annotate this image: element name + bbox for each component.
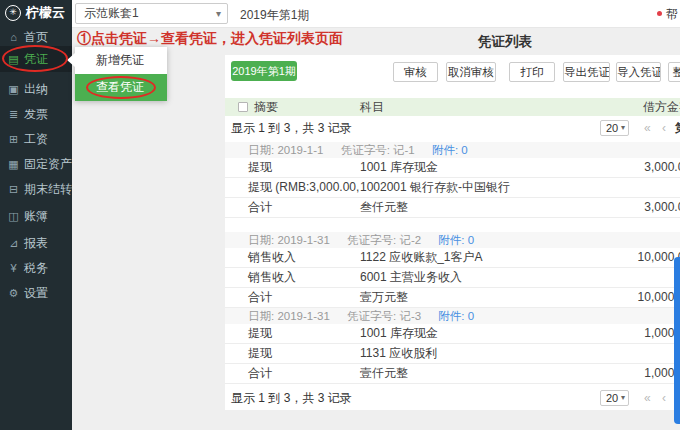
notification-dot-icon bbox=[657, 11, 662, 16]
records-info: 显示 1 到 3，共 3 记录 bbox=[231, 388, 352, 408]
sidebar-item-label: 税务 bbox=[24, 261, 48, 275]
invoice-icon: ≣ bbox=[7, 101, 20, 127]
row-summary: 提现 bbox=[248, 344, 360, 363]
sidebar-item-cashier[interactable]: ▣出纳 bbox=[0, 76, 72, 102]
cashier-icon: ▣ bbox=[7, 76, 20, 102]
page-label-partial: 第 bbox=[675, 118, 680, 138]
row-summary: 提现 bbox=[248, 324, 360, 343]
voucher-row[interactable]: 销售收入1122 应收账款_1客户A10,000.00 bbox=[225, 248, 680, 268]
sidebar-item-ledger[interactable]: ◫账簿 bbox=[0, 203, 72, 229]
menu-item-label: 查看凭证 bbox=[96, 80, 144, 94]
row-account: 6001 主营业务收入 bbox=[360, 268, 540, 287]
attachment-link[interactable]: 附件: 0 bbox=[432, 144, 468, 156]
voucher-row[interactable]: 提现1001 库存现金3,000.00 bbox=[225, 158, 680, 178]
row-summary: 合计 bbox=[248, 288, 360, 307]
voucher-number: 凭证字号: 记-1 bbox=[341, 144, 415, 156]
row-debit: 3,000.00 bbox=[540, 158, 680, 177]
sidebar-item-voucher[interactable]: ▤凭证 bbox=[0, 46, 72, 72]
settings-icon: ⚙ bbox=[7, 280, 20, 306]
voucher-date: 日期: 2019-1-1 bbox=[248, 144, 323, 156]
sidebar-item-invoice[interactable]: ≣发票 bbox=[0, 101, 72, 127]
voucher-date: 日期: 2019-1-31 bbox=[248, 234, 330, 246]
sidebar-item-label: 出纳 bbox=[24, 82, 48, 96]
first-page-icon[interactable]: « bbox=[644, 388, 651, 408]
tax-icon: ¥ bbox=[7, 255, 20, 281]
first-page-icon[interactable]: « bbox=[644, 118, 651, 138]
page-title: 凭证列表 bbox=[478, 33, 532, 51]
row-account: 1122 应收账款_1客户A bbox=[360, 248, 540, 267]
voucher-total-row[interactable]: 合计壹仟元整1,000.00 bbox=[225, 364, 680, 384]
period-filter-button[interactable]: 2019年第1期 ▾ bbox=[231, 61, 297, 81]
sidebar-item-label: 首页 bbox=[24, 30, 48, 44]
row-summary: 合计 bbox=[248, 364, 360, 383]
voucher-total-row[interactable]: 合计壹万元整10,000.00 bbox=[225, 288, 680, 308]
caret-down-icon: ▾ bbox=[621, 121, 625, 135]
voucher-row[interactable]: 销售收入6001 主营业务收入 bbox=[225, 268, 680, 288]
menu-item-new-voucher[interactable]: 新增凭证 bbox=[75, 47, 167, 74]
floating-panel-handle[interactable] bbox=[674, 257, 680, 424]
page-size-value: 20 bbox=[606, 392, 618, 404]
prev-page-icon[interactable]: ‹ bbox=[662, 118, 666, 138]
row-account: 1001 库存现金 bbox=[360, 324, 540, 343]
voucher-icon: ▤ bbox=[7, 46, 20, 72]
notice-partial-label: 帮 bbox=[666, 7, 678, 21]
voucher-flyout-menu: 新增凭证 查看凭证 bbox=[75, 47, 167, 101]
menu-item-view-voucher[interactable]: 查看凭证 bbox=[75, 74, 167, 101]
sidebar-item-report[interactable]: ⊿报表 bbox=[0, 230, 72, 256]
prev-page-icon[interactable]: ‹ bbox=[662, 388, 666, 408]
period-filter-label: 2019年第1期 bbox=[232, 65, 296, 77]
voucher-total-row[interactable]: 合计叁仟元整3,000.00 bbox=[225, 198, 680, 218]
topbar-notice[interactable]: 帮 bbox=[657, 6, 678, 23]
cancel-audit-button[interactable]: 取消审核 bbox=[446, 62, 496, 82]
app-logo[interactable]: ✳ 柠檬云 bbox=[0, 0, 72, 26]
pagination-bottom: 显示 1 到 3，共 3 记录 20▾ « ‹ 第 bbox=[225, 388, 680, 408]
caret-down-icon: ▾ bbox=[621, 391, 625, 405]
sidebar-item-label: 账簿 bbox=[24, 209, 48, 223]
row-summary: 销售收入 bbox=[248, 268, 360, 287]
row-debit: 1,000.00 bbox=[540, 364, 680, 383]
row-account: 1001 库存现金 bbox=[360, 158, 540, 177]
row-debit: 3,000.00 bbox=[540, 198, 680, 217]
sidebar-item-settings[interactable]: ⚙设置 bbox=[0, 280, 72, 306]
sidebar-item-label: 固定资产 bbox=[24, 157, 72, 171]
row-debit: 1,000.00 bbox=[540, 324, 680, 343]
page-size-value: 20 bbox=[606, 122, 618, 134]
period-end-icon: ⊟ bbox=[7, 176, 20, 202]
sidebar-item-fixed-assets[interactable]: ▦固定资产 bbox=[0, 151, 72, 177]
print-button[interactable]: 打印 bbox=[509, 62, 555, 82]
row-debit bbox=[540, 268, 680, 287]
voucher-row[interactable]: 提现1131 应收股利 bbox=[225, 344, 680, 364]
pagination-top: 显示 1 到 3，共 3 记录 20▾ « ‹ 第 bbox=[225, 118, 680, 138]
tidy-numbers-button[interactable]: 整理断号 bbox=[668, 62, 680, 82]
import-voucher-button[interactable]: 导入凭证 bbox=[616, 62, 661, 82]
export-voucher-button[interactable]: 导出凭证 bbox=[563, 62, 610, 82]
voucher-row[interactable]: 提现1001 库存现金1,000.00 bbox=[225, 324, 680, 344]
sidebar-item-tax[interactable]: ¥税务 bbox=[0, 255, 72, 281]
caret-down-icon: ▾ bbox=[216, 4, 221, 23]
account-book-select[interactable]: 示范账套1 ▾ bbox=[75, 3, 228, 24]
flyout-arrow-icon bbox=[67, 53, 75, 67]
voucher-group-header: 日期: 2019-1-1 凭证字号: 记-1 附件: 0 bbox=[225, 142, 680, 158]
col-account: 科目 bbox=[360, 98, 384, 116]
row-debit bbox=[540, 344, 680, 363]
sidebar-item-label: 凭证 bbox=[24, 52, 48, 66]
row-account: 1131 应收股利 bbox=[360, 344, 540, 363]
table-header: 摘要 科目 借方金额 bbox=[225, 98, 680, 116]
attachment-link[interactable]: 附件: 0 bbox=[438, 234, 474, 246]
sidebar-item-label: 设置 bbox=[24, 286, 48, 300]
sidebar-item-period-end[interactable]: ⊟期末结转 bbox=[0, 176, 72, 202]
account-book-value: 示范账套1 bbox=[84, 6, 139, 20]
row-amount-words: 壹仟元整 bbox=[360, 364, 540, 383]
fixed-assets-icon: ▦ bbox=[7, 151, 20, 177]
page-size-select[interactable]: 20▾ bbox=[600, 390, 629, 406]
sidebar-item-salary[interactable]: ⊞工资 bbox=[0, 126, 72, 152]
voucher-date: 日期: 2019-1-31 bbox=[248, 310, 330, 322]
voucher-row[interactable]: 提现 (RMB:3,000.00, 汇率:1)1002001 银行存款-中国银行 bbox=[225, 178, 680, 198]
audit-button[interactable]: 审核 bbox=[393, 62, 438, 82]
page-size-select[interactable]: 20▾ bbox=[600, 120, 629, 136]
salary-icon: ⊞ bbox=[7, 126, 20, 152]
attachment-link[interactable]: 附件: 0 bbox=[438, 310, 474, 322]
lemon-logo-icon: ✳ bbox=[5, 5, 21, 21]
sidebar-item-label: 工资 bbox=[24, 132, 48, 146]
select-all-checkbox[interactable] bbox=[238, 102, 248, 112]
